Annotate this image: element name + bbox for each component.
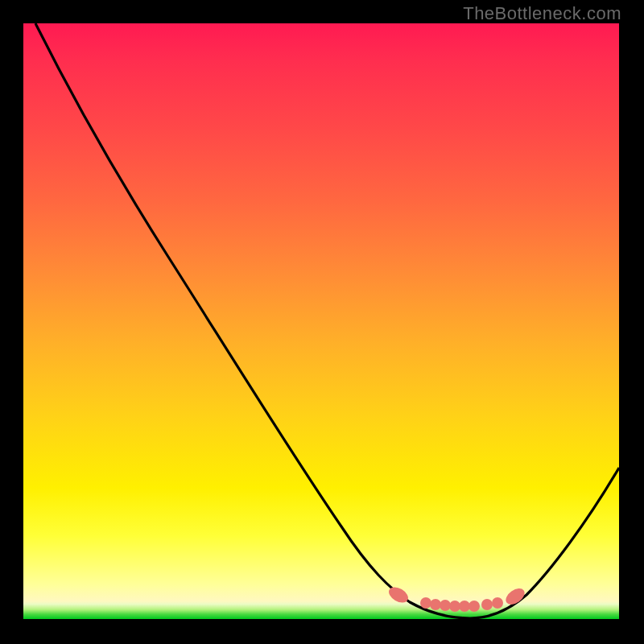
plot-area: [23, 23, 619, 619]
svg-point-7: [481, 599, 493, 610]
svg-point-8: [492, 597, 503, 609]
svg-point-4: [449, 601, 460, 612]
svg-point-5: [459, 601, 470, 612]
svg-point-1: [420, 597, 431, 609]
svg-point-2: [430, 599, 441, 610]
svg-point-6: [469, 601, 480, 612]
bottleneck-curve: [35, 23, 619, 618]
svg-point-3: [440, 600, 451, 611]
watermark-text: TheBottleneck.com: [463, 3, 621, 24]
